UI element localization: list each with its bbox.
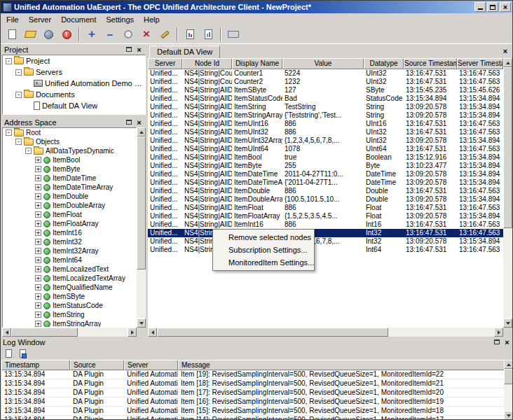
tree-item-itemdouble[interactable]: +ItemDouble [3,192,136,201]
table-row[interactable]: Unified...NS4|String|AllDat...ItemByte25… [148,162,503,170]
table-row[interactable]: Unified...NS4|String|AllDat...ItemBooltr… [148,153,503,162]
table-row[interactable]: Unified...NS4|String|AllDat...ItemUInt32… [148,136,503,145]
log-row[interactable]: 13:15:34.894DA PluginUnified Automati...… [1,398,505,407]
tree-item-itemint32array[interactable]: +ItemInt32Array [3,246,136,255]
table-row[interactable]: Unified...NS4|String|AllDat...ItemStatus… [148,94,503,103]
tree-expander-icon[interactable]: + [35,275,41,281]
tree-item-itemstatuscode[interactable]: +ItemStatusCode [3,301,136,310]
tree-item-documents[interactable]: -Documents [3,89,145,100]
close-button[interactable]: × [500,2,511,12]
tree-item-itemqualifiedname[interactable]: +ItemQualifiedName [3,283,136,292]
scrollbar-thumb[interactable] [503,67,512,228]
address-space-close-button[interactable]: × [135,118,144,127]
tree-item-itemint32[interactable]: +ItemInt32 [3,237,136,246]
tree-item-itembyte[interactable]: +ItemByte [3,164,136,174]
table-row[interactable]: Unified...NS4|String|Count...Counter1522… [148,69,503,78]
scroll-left-button[interactable] [2,328,11,337]
table-row[interactable]: Unified...NS4|String|AllDat...ItemDouble… [148,187,503,195]
tree-item-itemsbyte[interactable]: +ItemSByte [3,292,136,301]
tree-item-itemdatetimearray[interactable]: +ItemDateTimeArray [3,183,136,192]
table-row[interactable]: Unified...NS4|String|AllDat...ItemFloat8… [148,204,503,212]
column-header-source-timestamp[interactable]: Source Timestamp [404,58,457,69]
tree-item-itemstringarray[interactable]: +ItemStringArray [3,319,136,328]
tree-expander-icon[interactable]: + [35,321,41,327]
tree-item-root[interactable]: -Root [3,128,136,137]
log-row[interactable]: 13:15:34.894DA PluginUnified Automati...… [1,407,505,416]
menu-file[interactable]: File [1,15,24,24]
tree-item-itemlocalizedtextarray[interactable]: +ItemLocalizedTextArray [3,274,136,283]
table-row[interactable]: Unified...NS4|String|AllDat...ItemDateTi… [148,178,503,187]
table-row[interactable]: Unified...NS4|String|AllDat...ItemString… [148,111,503,120]
tree-expander-icon[interactable]: + [35,266,41,272]
tree-item-project[interactable]: -Project [3,55,145,66]
scroll-down-button[interactable] [504,411,513,420]
options-button[interactable] [40,26,57,43]
menu-document[interactable]: Document [56,15,101,24]
tree-item-unified-automation-demo-ser[interactable]: Unified Automation Demo Ser... [3,78,145,89]
log-row[interactable]: 13:15:34.894DA PluginUnified Automati...… [1,416,505,420]
scroll-up-button[interactable] [503,58,512,67]
tree-item-itemfloat[interactable]: +ItemFloat [3,210,136,219]
remove-document-button[interactable] [200,26,217,43]
table-row[interactable]: Unified...NS4|String|AllDat...ItemString… [148,103,503,111]
tree-expander-icon[interactable]: + [35,157,41,163]
context-menu-item-monitoreditem-settings[interactable]: MonitoredItem Settings... [213,256,314,269]
remove-server-button[interactable] [102,26,118,43]
tree-item-itemdatetime[interactable]: +ItemDateTime [3,174,136,183]
log-column-header-source[interactable]: Source [70,360,124,370]
tree-expander-icon[interactable]: - [15,69,22,76]
scrollbar-thumb[interactable] [157,328,388,337]
tree-item-itemstring[interactable]: +ItemString [3,310,136,319]
log-column-header-message[interactable]: Message [178,360,505,370]
new-project-button[interactable] [4,26,20,43]
tree-expander-icon[interactable]: - [15,92,22,98]
scrollbar-thumb[interactable] [11,328,78,337]
tree-expander-icon[interactable]: + [35,293,41,300]
scroll-right-button[interactable] [494,328,503,337]
clear-log-button[interactable] [2,348,15,359]
table-row[interactable]: Unified...NS4|String|AllDat...ItemDateTi… [148,170,503,178]
table-row[interactable]: Unified...NS4|String|Count...Counter2123… [148,78,503,86]
tree-item-default-da-view[interactable]: Default DA View [3,100,145,111]
tree-expander-icon[interactable]: + [35,239,41,245]
table-row[interactable]: Unified...NS4|String|AllDat...ItemInt32A… [148,237,503,246]
column-header-value[interactable]: Value [282,58,364,69]
tree-expander-icon[interactable]: + [35,211,41,218]
scroll-up-button[interactable] [504,360,513,369]
log-column-header-server[interactable]: Server [124,360,178,370]
tree-expander-icon[interactable]: - [25,148,32,154]
tree-expander-icon[interactable]: + [35,284,41,290]
tree-item-itemint16[interactable]: +ItemInt16 [3,228,136,237]
tree-item-itembool[interactable]: +ItemBool [3,155,136,164]
menu-server[interactable]: Server [24,15,56,24]
table-row[interactable]: Unified...NS4|String|AllDat...ItemSByte1… [148,86,503,94]
table-row[interactable]: Unified...NS4|String|AllDat...ItemInt328… [148,229,503,237]
tree-expander-icon[interactable]: + [35,248,41,254]
tree-expander-icon[interactable]: - [6,130,12,136]
log-row[interactable]: 13:15:34.894DA PluginUnified Automati...… [1,370,505,379]
tree-expander-icon[interactable]: + [35,312,41,318]
tab-default-da-view[interactable]: Default DA View [149,46,220,58]
server-properties-button[interactable] [156,26,173,43]
scroll-left-button[interactable] [148,328,157,337]
tree-expander-icon[interactable]: + [35,184,41,190]
table-row[interactable]: Unified...NS4|String|AllDat...ItemUInt32… [148,128,503,136]
tree-expander-icon[interactable]: + [35,302,41,309]
tree-expander-icon[interactable]: + [35,202,41,209]
column-header-display-name[interactable]: Display Name [232,58,282,69]
vertical-scrollbar[interactable] [504,360,513,420]
log-row[interactable]: 13:15:34.894DA PluginUnified Automati...… [1,379,505,388]
log-close-button[interactable]: × [502,338,512,346]
tree-item-itemfloatarray[interactable]: +ItemFloatArray [3,219,136,228]
save-log-button[interactable] [16,348,29,359]
open-project-button[interactable] [22,26,39,43]
address-space-panel-header[interactable]: Address Space × [2,117,146,127]
table-row[interactable]: Unified...NS4|String|AllDat...ItemFloatA… [148,212,503,220]
tree-expander-icon[interactable]: + [35,166,41,172]
vertical-scrollbar[interactable] [137,127,146,328]
project-panel-header[interactable]: Project × [2,44,146,55]
tree-expander-icon[interactable]: - [15,139,22,145]
table-row[interactable]: Unified...NS4|String|AllDat...ItemUInt64… [148,145,503,153]
disconnect-server-button[interactable] [138,26,155,43]
add-document-button[interactable] [182,26,198,43]
